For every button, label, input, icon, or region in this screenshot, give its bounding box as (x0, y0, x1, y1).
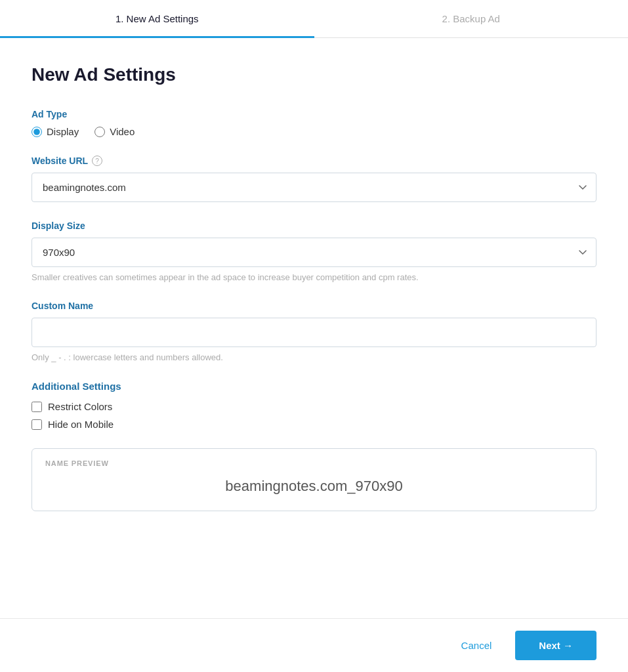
display-size-section: Display Size 970x90 Smaller creatives ca… (31, 220, 597, 282)
next-button[interactable]: Next → (515, 631, 597, 660)
tabs-container: 1. New Ad Settings 2. Backup Ad (0, 0, 628, 38)
ad-type-section: Ad Type Display Video (31, 109, 597, 137)
hide-on-mobile-label: Hide on Mobile (48, 419, 114, 430)
tab-backup-ad-label: 2. Backup Ad (442, 13, 500, 24)
footer-actions: Cancel Next → (0, 618, 628, 672)
website-url-help-icon[interactable]: ? (92, 156, 102, 166)
custom-name-hint: Only _ - . : lowercase letters and numbe… (31, 352, 597, 362)
tab-new-ad-settings[interactable]: 1. New Ad Settings (0, 0, 314, 37)
checkbox-hide-on-mobile-input[interactable] (31, 419, 42, 430)
page-title: New Ad Settings (31, 64, 597, 85)
ad-type-label: Ad Type (31, 109, 597, 119)
cancel-button[interactable]: Cancel (451, 633, 503, 658)
website-url-select[interactable]: beamingnotes.com (31, 173, 597, 202)
website-url-label: Website URL ? (31, 156, 597, 166)
display-size-label: Display Size (31, 220, 597, 231)
radio-display[interactable]: Display (31, 126, 79, 137)
radio-display-label: Display (47, 126, 79, 137)
radio-video-label: Video (110, 126, 135, 137)
display-size-select[interactable]: 970x90 (31, 238, 597, 267)
additional-settings-label: Additional Settings (31, 381, 597, 392)
website-url-section: Website URL ? beamingnotes.com (31, 156, 597, 202)
tab-backup-ad[interactable]: 2. Backup Ad (314, 0, 629, 37)
radio-video-input[interactable] (94, 127, 105, 137)
radio-video[interactable]: Video (94, 126, 135, 137)
name-preview-label: NAME PREVIEW (45, 459, 583, 467)
checkbox-restrict-colors-input[interactable] (31, 402, 42, 412)
name-preview-value: beamingnotes.com_970x90 (45, 478, 583, 495)
restrict-colors-label: Restrict Colors (48, 401, 112, 412)
checkbox-restrict-colors[interactable]: Restrict Colors (31, 401, 597, 412)
main-content: New Ad Settings Ad Type Display Video We… (0, 38, 628, 577)
custom-name-input[interactable] (31, 318, 597, 347)
custom-name-section: Custom Name Only _ - . : lowercase lette… (31, 301, 597, 362)
ad-type-radio-group: Display Video (31, 126, 597, 137)
tab-new-ad-settings-label: 1. New Ad Settings (115, 13, 199, 24)
additional-settings-section: Additional Settings Restrict Colors Hide… (31, 381, 597, 430)
name-preview-box: NAME PREVIEW beamingnotes.com_970x90 (31, 448, 597, 511)
checkbox-hide-on-mobile[interactable]: Hide on Mobile (31, 419, 597, 430)
radio-display-input[interactable] (31, 127, 42, 137)
display-size-hint: Smaller creatives can sometimes appear i… (31, 272, 597, 282)
custom-name-label: Custom Name (31, 301, 597, 311)
